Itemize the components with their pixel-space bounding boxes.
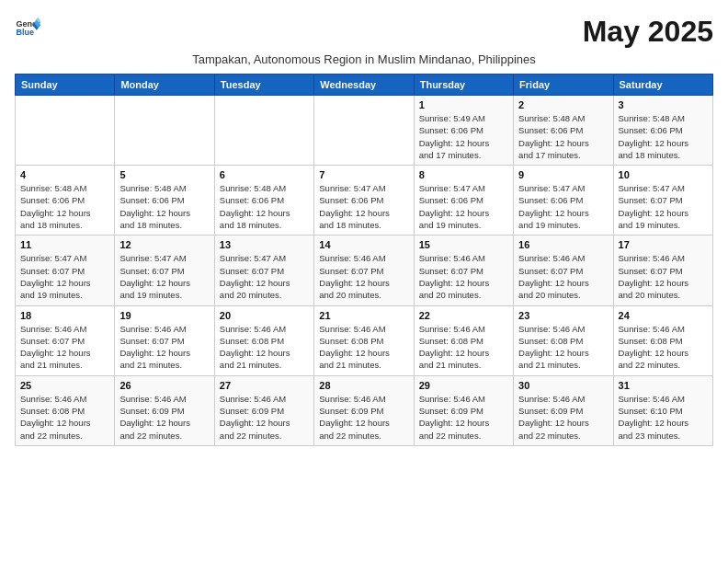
cell-info: Sunrise: 5:46 AMSunset: 6:08 PMDaylight:… <box>619 323 708 372</box>
cell-info: Sunrise: 5:48 AMSunset: 6:06 PMDaylight:… <box>20 182 109 231</box>
day-number: 9 <box>518 169 608 180</box>
logo: General Blue <box>15 15 40 40</box>
calendar-cell: 10Sunrise: 5:47 AMSunset: 6:07 PMDayligh… <box>613 166 712 236</box>
calendar-table: SundayMondayTuesdayWednesdayThursdayFrid… <box>15 74 713 446</box>
day-header-wednesday: Wednesday <box>314 75 414 96</box>
day-number: 10 <box>619 169 708 180</box>
cell-info: Sunrise: 5:47 AMSunset: 6:07 PMDaylight:… <box>220 252 309 301</box>
cell-info: Sunrise: 5:46 AMSunset: 6:08 PMDaylight:… <box>20 393 109 442</box>
day-number: 6 <box>220 169 309 180</box>
calendar-cell: 15Sunrise: 5:46 AMSunset: 6:07 PMDayligh… <box>414 236 513 305</box>
calendar-cell: 9Sunrise: 5:47 AMSunset: 6:06 PMDaylight… <box>514 166 613 236</box>
day-number: 28 <box>319 380 408 391</box>
calendar-cell: 30Sunrise: 5:46 AMSunset: 6:09 PMDayligh… <box>514 375 613 445</box>
calendar-cell <box>16 96 115 166</box>
cell-info: Sunrise: 5:46 AMSunset: 6:09 PMDaylight:… <box>220 393 309 442</box>
cell-info: Sunrise: 5:47 AMSunset: 6:06 PMDaylight:… <box>319 182 408 231</box>
cell-info: Sunrise: 5:46 AMSunset: 6:07 PMDaylight:… <box>20 323 109 372</box>
calendar-cell <box>314 96 414 166</box>
cell-info: Sunrise: 5:46 AMSunset: 6:08 PMDaylight:… <box>319 323 408 372</box>
cell-info: Sunrise: 5:46 AMSunset: 6:08 PMDaylight:… <box>419 323 508 372</box>
day-number: 5 <box>119 169 209 180</box>
calendar-cell: 21Sunrise: 5:46 AMSunset: 6:08 PMDayligh… <box>314 305 414 375</box>
cell-info: Sunrise: 5:46 AMSunset: 6:09 PMDaylight:… <box>119 393 209 442</box>
cell-info: Sunrise: 5:46 AMSunset: 6:08 PMDaylight:… <box>518 323 608 372</box>
day-number: 20 <box>220 310 309 321</box>
cell-info: Sunrise: 5:48 AMSunset: 6:06 PMDaylight:… <box>619 112 708 161</box>
day-number: 13 <box>220 239 309 250</box>
calendar-subtitle: Tampakan, Autonomous Region in Muslim Mi… <box>15 52 713 66</box>
calendar-cell: 2Sunrise: 5:48 AMSunset: 6:06 PMDaylight… <box>514 96 613 166</box>
calendar-cell: 18Sunrise: 5:46 AMSunset: 6:07 PMDayligh… <box>16 305 115 375</box>
calendar-cell: 19Sunrise: 5:46 AMSunset: 6:07 PMDayligh… <box>115 305 214 375</box>
day-number: 24 <box>619 310 708 321</box>
day-number: 22 <box>419 310 508 321</box>
cell-info: Sunrise: 5:46 AMSunset: 6:10 PMDaylight:… <box>619 393 708 442</box>
day-number: 2 <box>518 99 608 110</box>
day-header-friday: Friday <box>514 75 613 96</box>
cell-info: Sunrise: 5:48 AMSunset: 6:06 PMDaylight:… <box>518 112 608 161</box>
calendar-cell: 24Sunrise: 5:46 AMSunset: 6:08 PMDayligh… <box>613 305 712 375</box>
cell-info: Sunrise: 5:46 AMSunset: 6:07 PMDaylight:… <box>319 252 408 301</box>
cell-info: Sunrise: 5:46 AMSunset: 6:08 PMDaylight:… <box>220 323 309 372</box>
day-number: 11 <box>20 239 109 250</box>
month-title: May 2025 <box>583 15 713 49</box>
day-number: 26 <box>119 380 209 391</box>
calendar-cell: 25Sunrise: 5:46 AMSunset: 6:08 PMDayligh… <box>16 375 115 445</box>
day-header-sunday: Sunday <box>16 75 115 96</box>
day-number: 15 <box>419 239 508 250</box>
calendar-cell: 3Sunrise: 5:48 AMSunset: 6:06 PMDaylight… <box>613 96 712 166</box>
calendar-cell: 27Sunrise: 5:46 AMSunset: 6:09 PMDayligh… <box>214 375 313 445</box>
cell-info: Sunrise: 5:46 AMSunset: 6:07 PMDaylight:… <box>419 252 508 301</box>
logo-icon: General Blue <box>15 15 40 40</box>
calendar-cell: 28Sunrise: 5:46 AMSunset: 6:09 PMDayligh… <box>314 375 414 445</box>
cell-info: Sunrise: 5:46 AMSunset: 6:07 PMDaylight:… <box>518 252 608 301</box>
day-number: 4 <box>20 169 109 180</box>
calendar-cell: 5Sunrise: 5:48 AMSunset: 6:06 PMDaylight… <box>115 166 214 236</box>
calendar-cell: 12Sunrise: 5:47 AMSunset: 6:07 PMDayligh… <box>115 236 214 305</box>
calendar-cell: 22Sunrise: 5:46 AMSunset: 6:08 PMDayligh… <box>414 305 513 375</box>
cell-info: Sunrise: 5:47 AMSunset: 6:07 PMDaylight:… <box>619 182 708 231</box>
day-number: 31 <box>619 380 708 391</box>
day-number: 23 <box>518 310 608 321</box>
day-number: 7 <box>319 169 408 180</box>
day-number: 25 <box>20 380 109 391</box>
cell-info: Sunrise: 5:48 AMSunset: 6:06 PMDaylight:… <box>220 182 309 231</box>
calendar-cell <box>214 96 313 166</box>
day-number: 21 <box>319 310 408 321</box>
day-number: 18 <box>20 310 109 321</box>
svg-text:Blue: Blue <box>16 28 34 37</box>
calendar-cell: 11Sunrise: 5:47 AMSunset: 6:07 PMDayligh… <box>16 236 115 305</box>
day-number: 14 <box>319 239 408 250</box>
calendar-cell: 14Sunrise: 5:46 AMSunset: 6:07 PMDayligh… <box>314 236 414 305</box>
day-number: 29 <box>419 380 508 391</box>
day-header-thursday: Thursday <box>414 75 513 96</box>
cell-info: Sunrise: 5:46 AMSunset: 6:09 PMDaylight:… <box>319 393 408 442</box>
cell-info: Sunrise: 5:46 AMSunset: 6:07 PMDaylight:… <box>619 252 708 301</box>
day-header-tuesday: Tuesday <box>214 75 313 96</box>
calendar-cell: 23Sunrise: 5:46 AMSunset: 6:08 PMDayligh… <box>514 305 613 375</box>
cell-info: Sunrise: 5:47 AMSunset: 6:07 PMDaylight:… <box>20 252 109 301</box>
cell-info: Sunrise: 5:46 AMSunset: 6:09 PMDaylight:… <box>419 393 508 442</box>
day-number: 30 <box>518 380 608 391</box>
calendar-cell: 26Sunrise: 5:46 AMSunset: 6:09 PMDayligh… <box>115 375 214 445</box>
calendar-cell: 6Sunrise: 5:48 AMSunset: 6:06 PMDaylight… <box>214 166 313 236</box>
calendar-cell: 8Sunrise: 5:47 AMSunset: 6:06 PMDaylight… <box>414 166 513 236</box>
cell-info: Sunrise: 5:46 AMSunset: 6:07 PMDaylight:… <box>119 323 209 372</box>
cell-info: Sunrise: 5:48 AMSunset: 6:06 PMDaylight:… <box>119 182 209 231</box>
calendar-cell: 13Sunrise: 5:47 AMSunset: 6:07 PMDayligh… <box>214 236 313 305</box>
calendar-cell: 4Sunrise: 5:48 AMSunset: 6:06 PMDaylight… <box>16 166 115 236</box>
day-number: 8 <box>419 169 508 180</box>
day-number: 19 <box>119 310 209 321</box>
day-number: 1 <box>419 99 508 110</box>
calendar-cell: 29Sunrise: 5:46 AMSunset: 6:09 PMDayligh… <box>414 375 513 445</box>
calendar-cell: 20Sunrise: 5:46 AMSunset: 6:08 PMDayligh… <box>214 305 313 375</box>
day-number: 16 <box>518 239 608 250</box>
calendar-cell: 1Sunrise: 5:49 AMSunset: 6:06 PMDaylight… <box>414 96 513 166</box>
cell-info: Sunrise: 5:49 AMSunset: 6:06 PMDaylight:… <box>419 112 508 161</box>
day-header-saturday: Saturday <box>613 75 712 96</box>
day-number: 27 <box>220 380 309 391</box>
calendar-cell: 7Sunrise: 5:47 AMSunset: 6:06 PMDaylight… <box>314 166 414 236</box>
day-number: 3 <box>619 99 708 110</box>
day-number: 12 <box>119 239 209 250</box>
